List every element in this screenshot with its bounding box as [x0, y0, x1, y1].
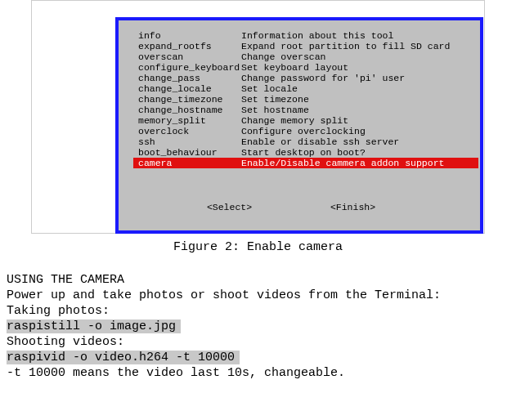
- menu-item-ssh[interactable]: sshEnable or disable ssh server: [138, 136, 473, 147]
- menu-item-key: memory_split: [138, 115, 241, 126]
- dialog-buttons: <Select> <Finish>: [119, 202, 480, 212]
- menu-item-desc: Change overscan: [241, 51, 326, 62]
- menu-item-desc: Configure overclocking: [241, 126, 366, 136]
- config-dialog: infoInformation about this toolexpand_ro…: [119, 20, 480, 230]
- photos-command: raspistill -o image.jpg: [7, 319, 181, 333]
- menu-item-key: ssh: [138, 136, 241, 147]
- menu-item-expand_rootfs[interactable]: expand_rootfsExpand root partition to fi…: [138, 41, 473, 51]
- menu-item-desc: Set timezone: [241, 94, 309, 105]
- menu-item-desc: Change memory split: [241, 115, 348, 126]
- menu-item-key: expand_rootfs: [138, 41, 241, 51]
- menu-item-key: camera: [138, 158, 241, 168]
- menu-item-key: overscan: [138, 51, 241, 62]
- videos-command: raspivid -o video.h264 -t 10000: [7, 351, 240, 364]
- photos-label: Taking photos:: [7, 303, 516, 319]
- document-text: USING THE CAMERA Power up and take photo…: [0, 272, 516, 381]
- menu-item-camera[interactable]: cameraEnable/Disable cammera addon suppo…: [133, 158, 478, 168]
- config-menu: infoInformation about this toolexpand_ro…: [122, 25, 477, 168]
- note-line: -t 10000 means the video last 10s, chang…: [7, 365, 516, 381]
- menu-item-change_pass[interactable]: change_passChange password for 'pi' user: [138, 73, 473, 83]
- menu-item-overclock[interactable]: overclockConfigure overclocking: [138, 126, 473, 136]
- menu-item-key: boot_behaviour: [138, 147, 241, 158]
- menu-item-desc: Enable or disable ssh server: [241, 136, 399, 147]
- menu-item-desc: Change password for 'pi' user: [241, 73, 405, 83]
- finish-button[interactable]: <Finish>: [330, 202, 375, 212]
- videos-label: Shooting videos:: [7, 334, 516, 350]
- menu-item-change_hostname[interactable]: change_hostnameSet hostname: [138, 105, 473, 115]
- menu-item-desc: Start desktop on boot?: [241, 147, 366, 158]
- menu-item-overscan[interactable]: overscanChange overscan: [138, 51, 473, 62]
- menu-item-desc: Set keyboard layout: [241, 62, 348, 73]
- menu-item-change_locale[interactable]: change_localeSet locale: [138, 83, 473, 94]
- intro-line: Power up and take photos or shoot videos…: [7, 288, 516, 303]
- raspi-config-screenshot: infoInformation about this toolexpand_ro…: [115, 17, 483, 234]
- menu-item-configure_keyboard[interactable]: configure_keyboardSet keyboard layout: [138, 62, 473, 73]
- menu-item-key: info: [138, 30, 241, 41]
- menu-item-change_timezone[interactable]: change_timezoneSet timezone: [138, 94, 473, 105]
- menu-item-info[interactable]: infoInformation about this tool: [138, 30, 473, 41]
- menu-item-key: overclock: [138, 126, 241, 136]
- menu-item-key: change_locale: [138, 83, 241, 94]
- menu-item-memory_split[interactable]: memory_splitChange memory split: [138, 115, 473, 126]
- menu-item-desc: Expand root partition to fill SD card: [241, 41, 450, 51]
- figure-caption: Figure 2: Enable camera: [0, 240, 516, 254]
- menu-item-key: change_timezone: [138, 94, 241, 105]
- menu-item-boot_behaviour[interactable]: boot_behaviourStart desktop on boot?: [138, 147, 473, 158]
- select-button[interactable]: <Select>: [207, 202, 252, 212]
- menu-item-desc: Information about this tool: [241, 30, 393, 41]
- menu-item-key: change_hostname: [138, 105, 241, 115]
- menu-item-key: configure_keyboard: [138, 62, 241, 73]
- menu-item-key: change_pass: [138, 73, 241, 83]
- menu-item-desc: Enable/Disable cammera addon support: [241, 158, 444, 168]
- figure-container: infoInformation about this toolexpand_ro…: [31, 0, 485, 234]
- menu-item-desc: Set hostname: [241, 105, 309, 115]
- menu-item-desc: Set locale: [241, 83, 298, 94]
- section-heading: USING THE CAMERA: [7, 272, 516, 288]
